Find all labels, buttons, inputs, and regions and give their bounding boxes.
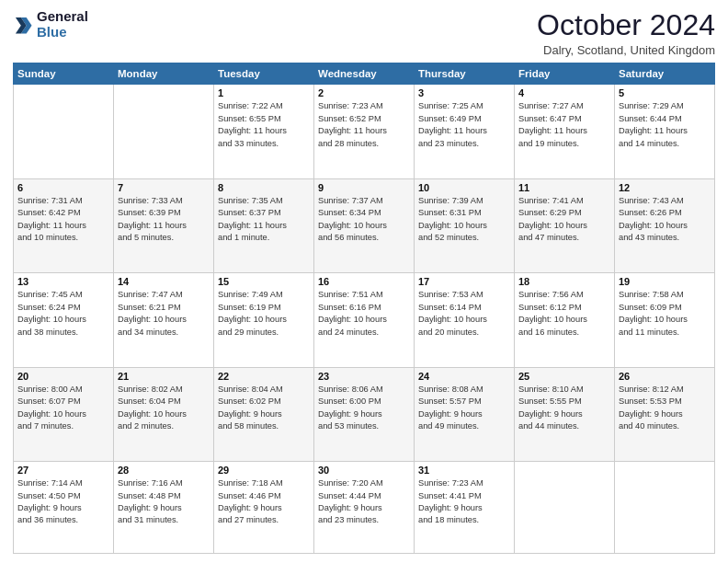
table-row: 20Sunrise: 8:00 AM Sunset: 6:07 PM Dayli… [14, 367, 114, 461]
logo-text-line2: Blue [37, 25, 88, 40]
day-number: 26 [619, 371, 711, 382]
table-row: 28Sunrise: 7:16 AM Sunset: 4:48 PM Dayli… [114, 462, 214, 554]
day-info: Sunrise: 7:37 AM Sunset: 6:34 PM Dayligh… [318, 195, 410, 245]
table-row: 19Sunrise: 7:58 AM Sunset: 6:09 PM Dayli… [615, 273, 715, 367]
table-row: 21Sunrise: 8:02 AM Sunset: 6:04 PM Dayli… [114, 367, 214, 461]
calendar-week-row: 27Sunrise: 7:14 AM Sunset: 4:50 PM Dayli… [14, 462, 715, 554]
day-number: 28 [118, 465, 210, 476]
logo-icon [13, 15, 33, 35]
day-info: Sunrise: 7:27 AM Sunset: 6:47 PM Dayligh… [518, 100, 610, 150]
day-number: 5 [619, 87, 711, 98]
day-number: 8 [218, 182, 310, 193]
day-info: Sunrise: 7:20 AM Sunset: 4:44 PM Dayligh… [318, 477, 410, 527]
day-number: 2 [318, 87, 410, 98]
day-number: 21 [118, 371, 210, 382]
calendar-week-row: 13Sunrise: 7:45 AM Sunset: 6:24 PM Dayli… [14, 273, 715, 367]
col-monday: Monday [114, 63, 214, 85]
day-info: Sunrise: 7:39 AM Sunset: 6:31 PM Dayligh… [418, 195, 510, 245]
day-info: Sunrise: 7:41 AM Sunset: 6:29 PM Dayligh… [518, 195, 610, 245]
table-row [515, 462, 615, 554]
title-block: October 2024 Dalry, Scotland, United Kin… [537, 9, 715, 57]
table-row: 11Sunrise: 7:41 AM Sunset: 6:29 PM Dayli… [515, 178, 615, 272]
calendar-table: Sunday Monday Tuesday Wednesday Thursday… [13, 63, 715, 554]
table-row: 10Sunrise: 7:39 AM Sunset: 6:31 PM Dayli… [415, 178, 515, 272]
day-info: Sunrise: 8:02 AM Sunset: 6:04 PM Dayligh… [118, 384, 210, 433]
table-row: 29Sunrise: 7:18 AM Sunset: 4:46 PM Dayli… [214, 462, 314, 554]
col-wednesday: Wednesday [314, 63, 415, 85]
day-info: Sunrise: 7:23 AM Sunset: 6:52 PM Dayligh… [318, 100, 410, 150]
day-number: 9 [318, 182, 410, 193]
header: General Blue October 2024 Dalry, Scotlan… [13, 9, 715, 57]
day-number: 12 [619, 182, 711, 193]
day-number: 4 [518, 87, 610, 98]
day-info: Sunrise: 8:08 AM Sunset: 5:57 PM Dayligh… [418, 384, 510, 433]
day-number: 1 [218, 87, 310, 98]
day-number: 25 [518, 371, 610, 382]
page: General Blue October 2024 Dalry, Scotlan… [0, 0, 728, 563]
table-row: 18Sunrise: 7:56 AM Sunset: 6:12 PM Dayli… [515, 273, 615, 367]
day-info: Sunrise: 8:12 AM Sunset: 5:53 PM Dayligh… [619, 384, 711, 433]
day-info: Sunrise: 7:35 AM Sunset: 6:37 PM Dayligh… [218, 195, 310, 245]
day-number: 7 [118, 182, 210, 193]
day-number: 17 [418, 276, 510, 287]
day-number: 29 [218, 465, 310, 476]
day-number: 20 [17, 371, 109, 382]
table-row: 30Sunrise: 7:20 AM Sunset: 4:44 PM Dayli… [314, 462, 415, 554]
day-info: Sunrise: 7:43 AM Sunset: 6:26 PM Dayligh… [619, 195, 711, 245]
day-info: Sunrise: 8:06 AM Sunset: 6:00 PM Dayligh… [318, 384, 410, 433]
day-info: Sunrise: 8:04 AM Sunset: 6:02 PM Dayligh… [218, 384, 310, 433]
calendar-week-row: 6Sunrise: 7:31 AM Sunset: 6:42 PM Daylig… [14, 178, 715, 272]
table-row: 13Sunrise: 7:45 AM Sunset: 6:24 PM Dayli… [14, 273, 114, 367]
table-row: 1Sunrise: 7:22 AM Sunset: 6:55 PM Daylig… [214, 85, 314, 178]
day-info: Sunrise: 7:22 AM Sunset: 6:55 PM Dayligh… [218, 100, 310, 150]
day-info: Sunrise: 7:16 AM Sunset: 4:48 PM Dayligh… [118, 477, 210, 527]
day-info: Sunrise: 7:58 AM Sunset: 6:09 PM Dayligh… [619, 289, 711, 339]
table-row: 16Sunrise: 7:51 AM Sunset: 6:16 PM Dayli… [314, 273, 415, 367]
day-info: Sunrise: 7:25 AM Sunset: 6:49 PM Dayligh… [418, 100, 510, 150]
table-row: 22Sunrise: 8:04 AM Sunset: 6:02 PM Dayli… [214, 367, 314, 461]
col-sunday: Sunday [14, 63, 114, 85]
col-saturday: Saturday [615, 63, 715, 85]
day-number: 14 [118, 276, 210, 287]
table-row [14, 85, 114, 178]
location: Dalry, Scotland, United Kingdom [537, 43, 715, 57]
day-number: 10 [418, 182, 510, 193]
calendar-header-row: Sunday Monday Tuesday Wednesday Thursday… [14, 63, 715, 85]
calendar-week-row: 20Sunrise: 8:00 AM Sunset: 6:07 PM Dayli… [14, 367, 715, 461]
table-row: 24Sunrise: 8:08 AM Sunset: 5:57 PM Dayli… [415, 367, 515, 461]
table-row: 2Sunrise: 7:23 AM Sunset: 6:52 PM Daylig… [314, 85, 415, 178]
table-row: 5Sunrise: 7:29 AM Sunset: 6:44 PM Daylig… [615, 85, 715, 178]
table-row: 26Sunrise: 8:12 AM Sunset: 5:53 PM Dayli… [615, 367, 715, 461]
table-row: 7Sunrise: 7:33 AM Sunset: 6:39 PM Daylig… [114, 178, 214, 272]
day-info: Sunrise: 8:10 AM Sunset: 5:55 PM Dayligh… [518, 384, 610, 433]
day-info: Sunrise: 7:18 AM Sunset: 4:46 PM Dayligh… [218, 477, 310, 527]
day-number: 23 [318, 371, 410, 382]
day-info: Sunrise: 7:49 AM Sunset: 6:19 PM Dayligh… [218, 289, 310, 339]
day-info: Sunrise: 7:23 AM Sunset: 4:41 PM Dayligh… [418, 477, 510, 527]
day-info: Sunrise: 7:45 AM Sunset: 6:24 PM Dayligh… [17, 289, 109, 339]
day-info: Sunrise: 7:29 AM Sunset: 6:44 PM Dayligh… [619, 100, 711, 150]
day-number: 6 [17, 182, 109, 193]
day-info: Sunrise: 7:56 AM Sunset: 6:12 PM Dayligh… [518, 289, 610, 339]
day-info: Sunrise: 7:51 AM Sunset: 6:16 PM Dayligh… [318, 289, 410, 339]
day-number: 18 [518, 276, 610, 287]
table-row: 23Sunrise: 8:06 AM Sunset: 6:00 PM Dayli… [314, 367, 415, 461]
day-number: 24 [418, 371, 510, 382]
day-number: 11 [518, 182, 610, 193]
col-thursday: Thursday [415, 63, 515, 85]
day-info: Sunrise: 7:14 AM Sunset: 4:50 PM Dayligh… [17, 477, 109, 527]
logo: General Blue [13, 9, 88, 40]
table-row: 4Sunrise: 7:27 AM Sunset: 6:47 PM Daylig… [515, 85, 615, 178]
col-tuesday: Tuesday [214, 63, 314, 85]
table-row: 14Sunrise: 7:47 AM Sunset: 6:21 PM Dayli… [114, 273, 214, 367]
day-number: 15 [218, 276, 310, 287]
table-row: 8Sunrise: 7:35 AM Sunset: 6:37 PM Daylig… [214, 178, 314, 272]
day-info: Sunrise: 7:53 AM Sunset: 6:14 PM Dayligh… [418, 289, 510, 339]
table-row: 17Sunrise: 7:53 AM Sunset: 6:14 PM Dayli… [415, 273, 515, 367]
day-number: 27 [17, 465, 109, 476]
col-friday: Friday [515, 63, 615, 85]
table-row: 15Sunrise: 7:49 AM Sunset: 6:19 PM Dayli… [214, 273, 314, 367]
table-row: 25Sunrise: 8:10 AM Sunset: 5:55 PM Dayli… [515, 367, 615, 461]
day-number: 3 [418, 87, 510, 98]
table-row: 3Sunrise: 7:25 AM Sunset: 6:49 PM Daylig… [415, 85, 515, 178]
